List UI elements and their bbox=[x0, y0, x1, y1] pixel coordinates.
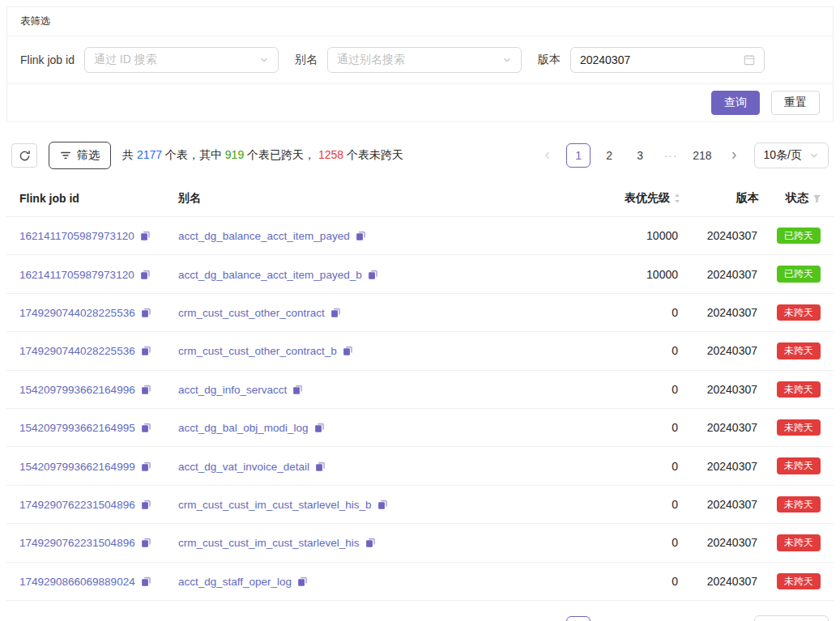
flink-job-id-link[interactable]: 1749290866069889024 bbox=[19, 576, 135, 588]
filter-actions-row: 查询 重置 bbox=[7, 84, 833, 121]
alias-link[interactable]: acct_dg_balance_acct_item_payed_b bbox=[178, 269, 362, 281]
summary-text: 个表已跨天， bbox=[244, 148, 318, 161]
table-row: 1749290762231504896 crm_cust_cust_im_cus… bbox=[6, 524, 834, 562]
page-button-218[interactable]: 218 bbox=[689, 143, 714, 168]
status-badge: 未跨天 bbox=[777, 419, 821, 436]
chevron-down-icon bbox=[502, 55, 512, 65]
page-button-2[interactable]: 2 bbox=[597, 616, 621, 621]
next-page-button[interactable] bbox=[722, 143, 746, 168]
copy-icon[interactable] bbox=[141, 385, 151, 395]
version-cell: 20240307 bbox=[681, 293, 759, 331]
toolbar: 筛选 共 2177 个表，其中 919 个表已跨天， 1258 个表未跨天 12… bbox=[11, 142, 829, 169]
copy-icon[interactable] bbox=[330, 308, 341, 318]
version-cell: 20240307 bbox=[681, 217, 759, 255]
alias-link[interactable]: acct_dg_info_servacct bbox=[178, 384, 287, 396]
alias-link[interactable]: acct_dg_bal_obj_modi_log bbox=[178, 422, 309, 434]
flink-job-id-link[interactable]: 1749290762231504896 bbox=[19, 499, 135, 511]
copy-icon[interactable] bbox=[141, 346, 151, 356]
copy-icon[interactable] bbox=[141, 538, 151, 548]
copy-icon[interactable] bbox=[315, 461, 326, 472]
flink-job-id-link[interactable]: 1542097993662164999 bbox=[19, 461, 135, 473]
next-page-button[interactable] bbox=[722, 616, 746, 621]
sorter-icon[interactable] bbox=[673, 193, 681, 204]
alias-link[interactable]: crm_cust_cust_im_cust_starlevel_his_b bbox=[178, 499, 372, 511]
header-status-label: 状态 bbox=[786, 191, 808, 206]
copy-icon[interactable] bbox=[141, 576, 151, 587]
bottom-pagination-area: 123···218 10条/页 bbox=[11, 615, 829, 621]
version-cell: 20240307 bbox=[681, 447, 759, 485]
version-cell: 20240307 bbox=[681, 562, 759, 600]
copy-icon[interactable] bbox=[292, 385, 303, 395]
filter-card: 表筛选 Flink job id 通过 ID 搜索 别名 通过别名搜索 版本 2… bbox=[6, 6, 834, 122]
prev-page-button[interactable] bbox=[535, 616, 560, 621]
filter-card-title: 表筛选 bbox=[7, 7, 833, 36]
page-button-2[interactable]: 2 bbox=[597, 143, 621, 168]
alias-link[interactable]: acct_dg_balance_acct_item_payed bbox=[178, 230, 350, 242]
prev-page-button[interactable] bbox=[535, 143, 560, 168]
copy-icon[interactable] bbox=[314, 423, 325, 433]
data-table: Flink job id 别名 表优先级 版本 状态 bbox=[6, 181, 834, 601]
copy-icon[interactable] bbox=[141, 500, 151, 510]
flink-job-id-link[interactable]: 1621411705987973120 bbox=[19, 269, 134, 281]
chevron-down-icon bbox=[809, 151, 819, 160]
header-version: 版本 bbox=[681, 181, 759, 217]
copy-icon[interactable] bbox=[141, 423, 151, 433]
copy-icon[interactable] bbox=[140, 231, 151, 241]
alias-link[interactable]: acct_dg_vat_invoice_detail bbox=[178, 461, 309, 473]
alias-link[interactable]: crm_cust_cust_im_cust_starlevel_his bbox=[178, 537, 360, 549]
filter-toggle-button[interactable]: 筛选 bbox=[49, 142, 111, 169]
flink-job-id-link[interactable]: 1621411705987973120 bbox=[19, 230, 134, 242]
reset-button[interactable]: 重置 bbox=[771, 91, 820, 115]
table-row: 1749290744028225536 crm_cust_cust_other_… bbox=[6, 293, 834, 331]
page-size-select[interactable]: 10条/页 bbox=[754, 615, 829, 621]
refresh-button[interactable] bbox=[11, 143, 37, 168]
copy-icon[interactable] bbox=[297, 576, 308, 587]
priority-cell: 0 bbox=[552, 332, 681, 370]
copy-icon[interactable] bbox=[141, 308, 151, 318]
chevron-down-icon bbox=[259, 55, 269, 65]
copy-icon[interactable] bbox=[365, 538, 376, 548]
top-pagination-area: 123···218 10条/页 bbox=[535, 142, 829, 168]
job-id-label: Flink job id bbox=[20, 53, 75, 66]
pagination: 123···218 bbox=[535, 143, 745, 168]
copy-icon[interactable] bbox=[356, 231, 366, 241]
version-date-picker[interactable]: 20240307 bbox=[570, 47, 765, 73]
version-cell: 20240307 bbox=[681, 255, 759, 293]
copy-icon[interactable] bbox=[141, 461, 151, 472]
search-button[interactable]: 查询 bbox=[711, 91, 760, 115]
summary-text: 共 bbox=[122, 148, 137, 161]
flink-job-id-link[interactable]: 1542097993662164996 bbox=[19, 384, 135, 396]
header-priority[interactable]: 表优先级 bbox=[552, 181, 681, 217]
table-summary: 共 2177 个表，其中 919 个表已跨天， 1258 个表未跨天 bbox=[122, 148, 403, 163]
job-id-select[interactable]: 通过 ID 搜索 bbox=[84, 47, 279, 73]
page-button-1[interactable]: 1 bbox=[566, 616, 591, 621]
page-ellipsis: ··· bbox=[659, 616, 683, 621]
header-status[interactable]: 状态 bbox=[759, 181, 834, 217]
alias-link[interactable]: acct_dg_staff_oper_log bbox=[178, 576, 292, 588]
funnel-icon[interactable] bbox=[812, 194, 822, 204]
page-button-218[interactable]: 218 bbox=[689, 616, 714, 621]
flink-job-id-link[interactable]: 1749290762231504896 bbox=[19, 537, 135, 549]
page-button-1[interactable]: 1 bbox=[566, 143, 591, 168]
alias-select[interactable]: 通过别名搜索 bbox=[327, 47, 522, 73]
job-id-placeholder: 通过 ID 搜索 bbox=[94, 53, 259, 67]
page-size-select[interactable]: 10条/页 bbox=[754, 142, 829, 168]
alias-link[interactable]: crm_cust_cust_other_contract_b bbox=[178, 345, 337, 357]
refresh-icon bbox=[19, 150, 31, 162]
copy-icon[interactable] bbox=[368, 270, 378, 280]
page-button-3[interactable]: 3 bbox=[628, 616, 652, 621]
page-size-value: 10条/页 bbox=[764, 148, 802, 163]
copy-icon[interactable] bbox=[343, 346, 353, 356]
header-alias: 别名 bbox=[165, 181, 552, 217]
flink-job-id-link[interactable]: 1749290744028225536 bbox=[19, 307, 135, 319]
filter-row: Flink job id 通过 ID 搜索 别名 通过别名搜索 版本 20240… bbox=[7, 36, 833, 84]
status-badge: 未跨天 bbox=[777, 573, 821, 589]
copy-icon[interactable] bbox=[140, 270, 151, 280]
flink-job-id-link[interactable]: 1542097993662164995 bbox=[19, 422, 135, 434]
flink-job-id-link[interactable]: 1749290744028225536 bbox=[19, 345, 135, 357]
page-button-3[interactable]: 3 bbox=[628, 143, 652, 168]
priority-cell: 0 bbox=[552, 447, 681, 485]
summary-uncrossed: 1258 bbox=[318, 148, 343, 161]
alias-link[interactable]: crm_cust_cust_other_contract bbox=[178, 307, 325, 319]
copy-icon[interactable] bbox=[377, 500, 388, 510]
